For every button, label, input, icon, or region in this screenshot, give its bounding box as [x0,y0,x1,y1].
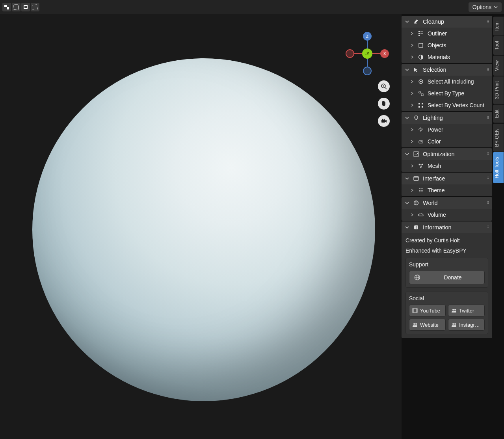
svg-rect-4 [24,6,27,8]
sub-list-interface: Theme [402,184,492,196]
svg-rect-15 [418,33,420,34]
tab-item[interactable]: Item [493,17,504,35]
chevron-right-icon [410,128,414,131]
youtube-button[interactable]: YouTube [409,305,446,316]
sub-item-materials[interactable]: Materials [402,51,492,63]
z-neg-axis-ball[interactable] [363,67,372,75]
chevron-down-icon [494,5,498,9]
svg-point-67 [452,309,454,311]
tab-tool[interactable]: Tool [493,36,504,55]
pan-icon[interactable] [378,98,390,110]
sub-list-cleanup: Outliner Objects Materials [402,28,492,63]
options-label: Options [472,4,491,10]
overlay-icon-2[interactable] [12,3,20,11]
sub-item-objects[interactable]: Objects [402,39,492,51]
svg-point-11 [382,119,383,120]
grip-icon[interactable]: ⠿ [487,152,490,156]
grip-icon[interactable]: ⠿ [487,20,490,24]
sub-label: Select All Including [428,78,474,85]
grip-icon[interactable]: ⠿ [487,68,490,72]
svg-rect-41 [420,141,420,142]
sub-item-volume[interactable]: Volume [402,209,492,221]
svg-line-39 [422,128,422,128]
zoom-icon[interactable] [378,80,390,92]
grip-icon[interactable]: ⠿ [487,116,490,120]
svg-rect-26 [422,103,423,104]
tab-edit[interactable]: Edit [493,105,504,123]
cloud-icon [417,211,424,218]
sub-label: Select By Type [428,90,464,97]
svg-rect-25 [418,103,420,104]
sub-item-select-all[interactable]: Select All Including [402,76,492,87]
z-neg-axis-line [367,58,368,67]
svg-rect-27 [418,106,420,108]
z-axis-ball[interactable]: Z [363,32,372,41]
youtube-label: YouTube [420,308,440,314]
section-title: Optimization [423,151,455,157]
tab-holt-tools[interactable]: Holt Tools [493,152,504,183]
section-header-selection[interactable]: Selection ⠿ [402,64,492,76]
donate-button[interactable]: Donate [409,271,485,284]
instagram-button[interactable]: Instagr… [448,319,485,331]
chevron-right-icon [410,56,414,59]
overlay-icon-3[interactable] [21,3,30,11]
grip-icon[interactable]: ⠿ [487,177,490,180]
section-interface: Interface ⠿ Theme [402,173,492,196]
twitter-button[interactable]: Twitter [448,305,485,316]
chevron-right-icon [410,44,414,47]
svg-line-24 [420,93,421,94]
overlay-icon-1[interactable] [2,3,11,11]
sub-item-color[interactable]: Color [402,136,492,147]
grip-icon[interactable]: ⠿ [487,225,490,229]
chevron-right-icon [410,189,414,192]
sub-item-outliner[interactable]: Outliner [402,28,492,39]
section-header-information[interactable]: Information ⠿ [402,221,492,233]
svg-point-51 [419,190,420,191]
instagram-label: Instagr… [459,322,480,328]
tab-view[interactable]: View [493,56,504,76]
svg-rect-42 [421,141,422,142]
section-header-optimization[interactable]: Optimization ⠿ [402,148,492,160]
section-cleanup: Cleanup ⠿ Outliner Objects Materials [402,16,492,63]
options-dropdown[interactable]: Options [469,2,502,12]
material-icon [417,54,424,61]
section-world: World ⠿ Volume [402,197,492,221]
svg-rect-28 [422,106,423,108]
chevron-down-icon [405,225,409,229]
section-header-lighting[interactable]: Lighting ⠿ [402,112,492,124]
x-neg-axis-ball[interactable] [346,49,354,58]
social-box: Social YouTube Twitter Website [405,292,488,334]
tab-by-gen[interactable]: BY-GEN [493,124,504,152]
svg-point-21 [420,81,422,82]
sub-label: Materials [428,54,450,60]
tab-3d-print[interactable]: 3D-Print [493,76,504,104]
sub-item-theme[interactable]: Theme [402,184,492,196]
axis-gizmo[interactable]: Z X -Y [346,32,389,75]
x-axis-ball[interactable]: X [380,49,389,58]
sub-item-mesh[interactable]: Mesh [402,160,492,172]
svg-point-72 [454,323,456,325]
section-header-interface[interactable]: Interface ⠿ [402,173,492,184]
sub-item-power[interactable]: Power [402,124,492,136]
sub-label: Outliner [428,30,447,37]
chevron-right-icon [410,213,414,216]
website-button[interactable]: Website [409,319,446,331]
grip-icon[interactable]: ⠿ [487,201,490,205]
overlay-icon-4[interactable] [31,3,39,11]
section-title: Interface [423,175,445,182]
palette-icon [417,138,424,145]
gizmo-center[interactable]: -Y [362,48,372,59]
donate-label: Donate [425,274,480,281]
chevron-down-icon [405,68,409,72]
x-axis-line [372,53,381,54]
n-panel: Cleanup ⠿ Outliner Objects Materials [402,14,492,439]
section-header-world[interactable]: World ⠿ [402,197,492,209]
viewport-3d[interactable]: Z X -Y [0,14,402,439]
sub-item-select-type[interactable]: Select By Type [402,87,492,99]
section-header-cleanup[interactable]: Cleanup ⠿ [402,16,492,28]
sub-item-select-vertex[interactable]: Select By Vertex Count [402,99,492,111]
camera-icon[interactable] [378,115,390,127]
svg-rect-30 [416,119,417,120]
overlay-icons [2,3,39,11]
svg-rect-13 [418,31,420,32]
